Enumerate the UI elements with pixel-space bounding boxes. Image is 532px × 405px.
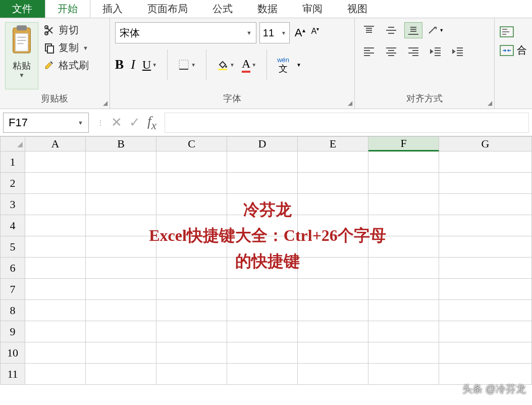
cell-F1[interactable] [368, 151, 439, 173]
italic-button[interactable]: I [131, 57, 135, 72]
column-header-D[interactable]: D [227, 136, 298, 151]
cell-E2[interactable] [298, 173, 368, 194]
tab-review[interactable]: 审阅 [290, 0, 335, 18]
name-box[interactable]: F17 ▼ [3, 113, 89, 133]
cell-C7[interactable] [156, 279, 227, 300]
column-header-A[interactable]: A [25, 136, 86, 151]
cell-F8[interactable] [368, 300, 439, 321]
cell-B7[interactable] [86, 279, 156, 300]
increase-font-button[interactable]: A▴ [293, 25, 307, 40]
row-header-1[interactable]: 1 [0, 151, 25, 173]
cell-E9[interactable] [298, 321, 368, 342]
clipboard-expand-icon[interactable]: ◢ [103, 99, 108, 107]
align-top-button[interactable] [360, 22, 378, 38]
row-header-8[interactable]: 8 [0, 300, 25, 321]
cell-C2[interactable] [156, 173, 227, 194]
row-header-10[interactable]: 10 [0, 342, 25, 364]
cell-E1[interactable] [298, 151, 368, 173]
align-bottom-button[interactable] [404, 22, 422, 38]
align-left-button[interactable] [360, 43, 378, 60]
cell-D9[interactable] [227, 321, 298, 342]
cell-C11[interactable] [156, 364, 227, 385]
cell-A3[interactable] [25, 194, 86, 215]
row-header-6[interactable]: 6 [0, 258, 25, 279]
row-header-7[interactable]: 7 [0, 279, 25, 300]
cut-button[interactable]: 剪切 [43, 23, 89, 37]
font-size-select[interactable]: 11 ▼ [259, 22, 290, 43]
column-header-B[interactable]: B [86, 136, 156, 151]
cell-E7[interactable] [298, 279, 368, 300]
row-header-9[interactable]: 9 [0, 321, 25, 342]
cell-C1[interactable] [156, 151, 227, 173]
decrease-indent-button[interactable] [427, 43, 445, 60]
bold-button[interactable]: B [115, 57, 124, 72]
cell-A9[interactable] [25, 321, 86, 342]
cell-F7[interactable] [368, 279, 439, 300]
font-expand-icon[interactable]: ◢ [348, 99, 352, 107]
cell-D2[interactable] [227, 173, 298, 194]
borders-button[interactable]: ▼ [178, 59, 196, 71]
column-header-E[interactable]: E [298, 136, 368, 151]
cell-D10[interactable] [227, 342, 298, 364]
tab-file[interactable]: 文件 [0, 0, 45, 18]
cell-A8[interactable] [25, 300, 86, 321]
cell-C10[interactable] [156, 342, 227, 364]
cell-G1[interactable] [439, 151, 532, 173]
cell-A6[interactable] [25, 258, 86, 279]
align-expand-icon[interactable]: ◢ [488, 99, 492, 107]
tab-data[interactable]: 数据 [245, 0, 290, 18]
tab-formulas[interactable]: 公式 [200, 0, 245, 18]
cell-D1[interactable] [227, 151, 298, 173]
cell-F2[interactable] [368, 173, 439, 194]
cell-B10[interactable] [86, 342, 156, 364]
cell-A1[interactable] [25, 151, 86, 173]
increase-indent-button[interactable] [449, 43, 467, 60]
cell-G8[interactable] [439, 300, 532, 321]
row-header-5[interactable]: 5 [0, 236, 25, 258]
copy-button[interactable]: 复制 ▼ [43, 41, 89, 55]
tab-view[interactable]: 视图 [335, 0, 380, 18]
align-middle-button[interactable] [382, 22, 400, 38]
row-header-11[interactable]: 11 [0, 364, 25, 385]
cell-A11[interactable] [25, 364, 86, 385]
cell-G4[interactable] [439, 215, 532, 236]
cell-E8[interactable] [298, 300, 368, 321]
merge-cells-button[interactable]: 合 [500, 43, 527, 57]
insert-function-button[interactable]: fx [147, 113, 156, 132]
cell-F11[interactable] [368, 364, 439, 385]
select-all-corner[interactable]: ◢ [0, 136, 25, 151]
cell-F10[interactable] [368, 342, 439, 364]
cell-F9[interactable] [368, 321, 439, 342]
cell-B9[interactable] [86, 321, 156, 342]
cell-G9[interactable] [439, 321, 532, 342]
cell-E10[interactable] [298, 342, 368, 364]
cell-C8[interactable] [156, 300, 227, 321]
underline-button[interactable]: U▼ [142, 58, 157, 72]
row-header-4[interactable]: 4 [0, 215, 25, 236]
cancel-formula-button[interactable]: ✕ [111, 115, 122, 130]
decrease-font-button[interactable]: A▾ [309, 25, 322, 40]
align-center-button[interactable] [382, 43, 400, 60]
row-header-3[interactable]: 3 [0, 194, 25, 215]
cell-G7[interactable] [439, 279, 532, 300]
orientation-button[interactable]: ▼ [427, 22, 445, 38]
column-header-G[interactable]: G [439, 136, 532, 151]
cell-G6[interactable] [439, 258, 532, 279]
format-painter-button[interactable]: 格式刷 [43, 59, 89, 72]
tab-insert[interactable]: 插入 [90, 0, 135, 18]
cell-C9[interactable] [156, 321, 227, 342]
cell-E11[interactable] [298, 364, 368, 385]
cell-G10[interactable] [439, 342, 532, 364]
cell-A4[interactable] [25, 215, 86, 236]
cell-G3[interactable] [439, 194, 532, 215]
row-header-2[interactable]: 2 [0, 173, 25, 194]
formula-input[interactable] [165, 113, 529, 133]
wrap-text-button[interactable] [500, 26, 527, 37]
cell-D7[interactable] [227, 279, 298, 300]
cell-G5[interactable] [439, 236, 532, 258]
cell-B8[interactable] [86, 300, 156, 321]
accept-formula-button[interactable]: ✓ [129, 115, 140, 130]
cell-B2[interactable] [86, 173, 156, 194]
cell-B1[interactable] [86, 151, 156, 173]
cell-A7[interactable] [25, 279, 86, 300]
